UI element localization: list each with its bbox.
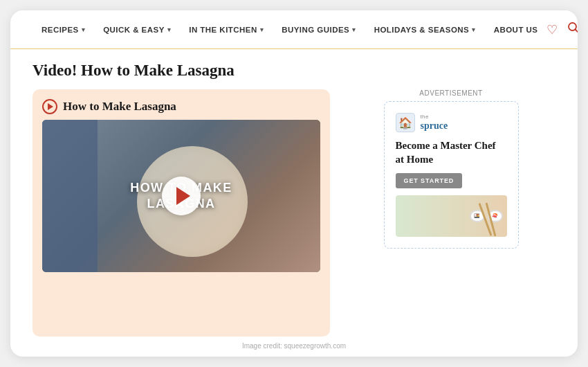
play-small-icon: [42, 99, 57, 114]
nav-item-about-us[interactable]: ABOUT US: [485, 26, 547, 34]
video-section: How to Make Lasagna HOW TO MAKE LASAGNA: [33, 89, 330, 337]
ad-logo-text: the spruce: [421, 114, 448, 131]
chevron-down-icon: ▾: [352, 26, 356, 33]
spruce-logo-icon: 🏠: [396, 113, 415, 132]
main-content: Video! How to Make Lasagna How to Make L…: [10, 49, 578, 337]
chevron-down-icon: ▾: [260, 26, 264, 33]
video-heading: How to Make Lasagna: [42, 99, 320, 114]
image-credit: Image credit: squeezegrowth.com: [10, 337, 578, 357]
ad-logo: 🏠 the spruce: [396, 113, 448, 132]
nav-item-in-the-kitchen[interactable]: IN THE KITCHEN ▾: [180, 26, 273, 34]
ad-logo-name: spruce: [421, 120, 448, 131]
nav-items: RECIPES ▾ QUICK & EASY ▾ IN THE KITCHEN …: [33, 26, 546, 34]
chevron-down-icon: ▾: [82, 26, 85, 33]
video-thumbnail[interactable]: HOW TO MAKE LASAGNA: [42, 120, 320, 272]
nav-label-in-the-kitchen: IN THE KITCHEN: [189, 26, 257, 34]
heart-icon[interactable]: ♡: [546, 22, 558, 37]
video-cloth-prop: [42, 120, 98, 272]
page-title: Video! How to Make Lasagna: [33, 62, 555, 80]
nav-label-recipes: RECIPES: [42, 26, 79, 34]
search-icon[interactable]: [567, 21, 578, 37]
ad-label: Advertisement: [419, 89, 482, 97]
nav-label-quick-easy: QUICK & EASY: [103, 26, 165, 34]
nav-item-quick-easy[interactable]: QUICK & EASY ▾: [94, 26, 180, 34]
main-card: RECIPES ▾ QUICK & EASY ▾ IN THE KITCHEN …: [10, 10, 578, 357]
nav-label-about-us: ABOUT US: [494, 26, 538, 34]
chevron-down-icon: ▾: [167, 26, 171, 33]
nav-item-buying-guides[interactable]: BUYING GUIDES ▾: [273, 26, 365, 34]
navigation: RECIPES ▾ QUICK & EASY ▾ IN THE KITCHEN …: [10, 10, 578, 49]
nav-icon-group: ♡: [546, 21, 578, 37]
ad-box: 🏠 the spruce Become a Master Chef at Hom…: [384, 101, 519, 249]
ad-section: Advertisement 🏠 the spruce Become a Mast…: [347, 89, 555, 337]
ad-image: 🍱 🍣: [396, 195, 507, 237]
play-button[interactable]: [162, 177, 201, 215]
nav-item-recipes[interactable]: RECIPES ▾: [33, 26, 94, 34]
video-title: How to Make Lasagna: [63, 100, 176, 114]
nav-item-holidays[interactable]: HOLIDAYS & SEASONS ▾: [365, 26, 485, 34]
svg-line-1: [576, 30, 578, 33]
ad-logo-the: the: [421, 114, 448, 120]
ad-headline: Become a Master Chef at Home: [396, 139, 507, 166]
content-row: How to Make Lasagna HOW TO MAKE LASAGNA …: [33, 89, 555, 337]
nav-label-buying-guides: BUYING GUIDES: [282, 26, 349, 34]
ad-cta-button[interactable]: GET STARTED: [396, 173, 463, 188]
chevron-down-icon: ▾: [472, 26, 475, 33]
nav-label-holidays: HOLIDAYS & SEASONS: [374, 26, 470, 34]
